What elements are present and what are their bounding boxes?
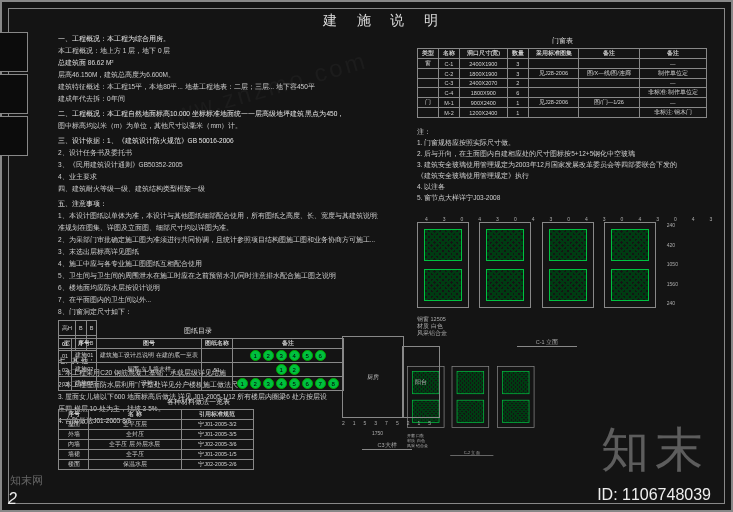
tile-table: 01 序号 图号 图纸名称 备注 01建施01建筑施工设计总说明 在建的底一至表… [58,338,344,391]
table-row: 01建施01建筑施工设计总说明 在建的底一至表 123456 [59,349,344,363]
elev-sublabel: 钢窗 12505 [417,316,446,322]
right-dims: 24042010501560240 [667,222,678,306]
table-row: 屋面全平压层宁J01-2005-3/2 [59,420,254,430]
elev2-label: C-2 立面 [450,450,493,456]
tab-2 [0,74,28,114]
lower-tables: 图纸目录 01 序号 图号 图纸名称 备注 01建施01建筑施工设计总说明 在建… [58,326,338,470]
s3-note-5: 4、施工中应与各专业施工图图纸互相配合使用 [58,258,378,270]
door-table-header-row: 类型名称洞口尺寸(宽) 数量采用标准图集备注备注 [418,49,707,59]
table-row: 内墙全手压 层 外层水层宁J02-2005-3/6 [59,440,254,450]
right-note: 4. 以注各 [417,181,707,192]
table-row: C-21800X19003见J28-2006图/X—线/图/连廊制作单位定 [418,69,707,79]
s3-note-4: 3、末选出层标高详见图纸 [58,246,378,258]
tile-table-title: 图纸目录 [58,326,338,336]
left-tab-group [0,32,30,158]
table-row: 03建施03设计 2 12345678 [59,377,344,391]
watermark-large: 知末 [601,418,709,482]
window-unit [417,222,469,308]
door-window-table-wrap: 门窗表 类型名称洞口尺寸(宽) 数量采用标准图集备注备注 窗C-12400X19… [417,36,707,118]
table-row: 02建施02屋面 女儿墙大样51 12 [59,363,344,377]
window-unit [452,366,489,428]
page-title: 建 施 说 明 [42,12,727,30]
s3-line1b: 3、《民用建筑设计通则》GB50352-2005 [58,159,378,171]
s3-note-9: 8、门窗洞定尺寸如下： [58,306,378,318]
s3-note-head: 五、注意事项： [58,198,378,210]
s1-line2: 层高46.150M，建筑总高度为6.600M。 [58,69,378,81]
tile-table-header-row: 01 序号 图号 图纸名称 备注 [59,339,344,349]
window-unit [604,222,656,308]
window-unit [479,222,531,308]
s3-line2: 四、建筑耐火等级一级、建筑结构类型框架一级 [58,183,378,195]
elev-sublabel: 材质 白色 [417,323,443,329]
ref-table: 序号名 称引用标准规范 屋面全平压层宁J01-2005-3/2 外墙全封压宁J0… [58,409,254,470]
tab-1 [0,32,28,72]
s3-heading: 三、设计依据：1、《建筑设计防火规范》GB 50016-2006 [58,135,378,147]
s3-line1a: 2、设计任务书及委托书 [58,147,378,159]
window-elevation-1: 430430430430430430 24042010501560240 钢窗 … [417,216,707,347]
table-row: 窗C-12400X19003— [418,59,707,69]
s2-heading: 二、工程概况：本工程自然地面标高10.000 坐标标准地面统一一层高级地坪建筑 … [58,108,378,120]
plan-room-a: 厨房 [342,336,404,418]
s3-note-6: 5、卫生间与卫生间的周围泄水在施工时应在之前预留水孔/同时注意排水配合施工图之说… [58,270,378,282]
s1-line4: 建成年代去拆：0年间 [58,93,378,105]
s3-note-1: 1、本设计图纸以单体为准，本设计与其他图纸细部配合使用，所有图纸之高度、长、宽度… [58,210,378,222]
right-note: 《建筑安全玻璃使用管理规定》执行 [417,170,707,181]
plan-title: C3大样 [362,442,412,450]
table-row: 楼面保温水层宁J02-2005-2/6 [59,460,254,470]
s3-note-3: 2、为采部门审批确定施工图为准须进行共同协调，且统计参照项目结构图施工图和业务协… [58,234,378,246]
right-note: 2. 后与开向，在主面图内自建相应处的尺寸图标按5+12+5钢化中空玻璃 [417,148,707,159]
s2-line1: 图中标高均以米（m）为单位，其他尺寸以毫米（mm）计。 [58,120,378,132]
elev1-label: C-1 立面 [517,339,577,347]
plan-snippet: 厨房 阳台 215375215 1750 C3大样 [342,336,452,436]
plan-dims: 215375215 [342,420,439,426]
plan-room-b: 阳台 [402,346,440,418]
table-row: 门M-1900X24001见J28-2006图/门—1/26— [418,98,707,108]
right-note: 3. 建筑安全玻璃使用管理规定为2003年12月国家发展改革委员会等四部委联合下… [417,159,707,170]
watermark-small: 知末网 [10,473,43,488]
right-note: 5. 窗节点大样详宁J03-2008 [417,192,707,203]
door-table-title: 门窗表 [417,36,707,46]
table-row: 外墙全封压宁J01-2005-3/5 [59,430,254,440]
ref-table-header-row: 序号名 称引用标准规范 [59,410,254,420]
right-notes: 注： 1. 门窗规格应按照实际尺寸做。 2. 后与开向，在主面图内自建相应处的尺… [417,126,707,203]
s3-note-7: 6、楼地面均应防水层按设计说明 [58,282,378,294]
id-label: ID: 1106748039 [597,486,711,504]
table-row: 墙裙全手压宁J01-2005-1/5 [59,450,254,460]
window-unit [542,222,594,308]
tab-3 [0,116,28,156]
window-unit [497,366,534,428]
s1-heading: 一、工程概况：本工程为综合用房。 [58,33,378,45]
s3-note-8: 7、在平面图内的卫生间以外... [58,294,378,306]
plan-dim-total: 1750 [372,430,383,436]
s1-line1: 本工程概况：地上方 1 层，地下 0 层 [58,45,378,57]
right-note: 1. 门窗规格应按照实际尺寸做。 [417,137,707,148]
table-row: M-21200X24001非标注:钢木门 [418,108,707,118]
table-row: C-41800X9006非标准:制作单位定 [418,88,707,98]
page-number: 2 [8,490,17,508]
s3-note-2: 准规划在图集、详图及立面图、细部尺寸均以详图为准。 [58,222,378,234]
door-window-table: 类型名称洞口尺寸(宽) 数量采用标准图集备注备注 窗C-12400X19003—… [417,48,707,118]
right-notes-head: 注： [417,126,707,137]
s1-area: 总建筑面 86.62 M² [58,57,378,69]
table-row: C-32400X20702— [418,79,707,88]
s1-line3: 建筑特征概述：本工程15平，本地80平... 地基工程地表：二层；三层... 地… [58,81,378,93]
drawing-page: 建 施 说 明 www.znzmo.com 一、工程概况：本工程为综合用房。 本… [0,0,733,512]
ref-table-title: 各种材料做法一览表 [58,397,338,407]
s3-line1c: 4、业主要求 [58,171,378,183]
